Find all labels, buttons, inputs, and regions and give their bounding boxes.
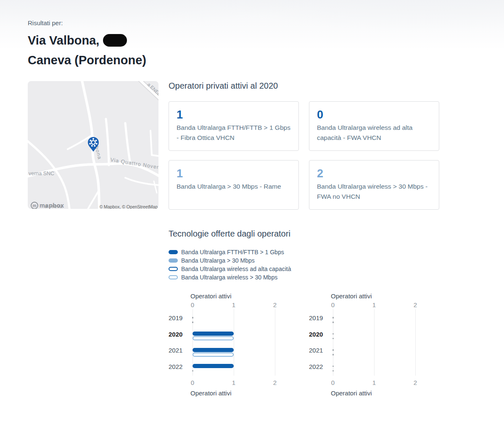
tick-label: 1	[372, 301, 376, 308]
bar	[193, 353, 234, 357]
year-label: 2019	[169, 314, 182, 321]
zero-dot	[332, 349, 334, 351]
chart-row-2022: 2022	[169, 359, 299, 375]
year-label: 2020	[309, 331, 323, 338]
chart-fixed-technologies: Operatori attivi0122019202020212022012Op…	[169, 292, 299, 398]
operator-count: 2	[317, 167, 431, 180]
legend-label: Banda Ultralarga > 30 Mbps	[181, 257, 255, 264]
axis-title: Operatori attivi	[331, 390, 439, 398]
operator-card-label: Banda Ultralarga FTTH/FTTB > 1 Gbps - Fi…	[177, 123, 291, 143]
map-label-verna-snc: verna SNC	[29, 171, 54, 176]
chart-row-2022: 2022	[309, 359, 439, 375]
legend-label: Banda Ultralarga wireless ad alta capaci…	[181, 266, 291, 272]
chart-row-2021: 2021	[169, 342, 299, 359]
chart-row-2019: 2019	[309, 310, 439, 326]
operator-count: 0	[317, 108, 431, 121]
chart-plot-area: 2019202020212022	[169, 310, 299, 375]
address-town: Caneva (Pordenone)	[28, 53, 146, 67]
map-attribution[interactable]: © Mapbox, © OpenStreetMap	[99, 204, 158, 209]
legend-item-3: Banda Ultralarga wireless > 30 Mbps	[169, 273, 439, 282]
operator-card-1: 0Banda Ultralarga wireless ad alta capac…	[309, 101, 439, 151]
bar	[193, 336, 234, 340]
operator-card-2: 1Banda Ultralarga > 30 Mbps - Rame	[169, 160, 299, 210]
operator-count: 1	[177, 167, 291, 180]
zero-dot	[192, 370, 194, 372]
technologies-section-title: Tecnologie offerte dagli operatori	[169, 229, 439, 239]
map[interactable]: a ENEL lbona Via Quattro Novembre verna …	[28, 81, 158, 209]
axis-title: Operatori attivi	[190, 292, 299, 301]
tick-label: 2	[273, 379, 277, 386]
operator-count: 1	[177, 108, 291, 121]
tick-label: 0	[191, 379, 194, 386]
legend-pill-icon	[169, 267, 178, 271]
operators-charts: Operatori attivi0122019202020212022012Op…	[169, 292, 439, 398]
zero-dot	[192, 321, 194, 323]
year-label: 2021	[169, 347, 182, 354]
year-label: 2021	[309, 347, 323, 354]
tick-label: 2	[414, 301, 417, 308]
operator-card-0: 1Banda Ultralarga FTTH/FTTB > 1 Gbps - F…	[169, 101, 299, 151]
chart-row-2020: 2020	[309, 326, 439, 343]
legend-item-0: Banda Ultralarga FTTH/FTTB > 1 Gbps	[169, 248, 439, 256]
legend-item-2: Banda Ultralarga wireless ad alta capaci…	[169, 265, 439, 273]
year-label: 2019	[309, 314, 323, 321]
chart-wireless-technologies: Operatori attivi0122019202020212022012Op…	[309, 292, 439, 398]
bar	[193, 364, 234, 368]
technologies-section: Tecnologie offerte dagli operatori Banda…	[169, 229, 439, 398]
redacted-house-number	[103, 34, 127, 47]
bar	[193, 332, 234, 336]
legend-pill-icon	[169, 258, 178, 263]
legend-item-1: Banda Ultralarga > 30 Mbps	[169, 256, 439, 265]
chart-plot-area: 2019202020212022	[309, 310, 439, 375]
chart-row-2020: 2020	[169, 326, 299, 343]
technologies-legend: Banda Ultralarga FTTH/FTTB > 1 GbpsBanda…	[169, 248, 439, 282]
zero-dot	[332, 333, 334, 335]
year-label: 2022	[169, 363, 182, 370]
results-page: Risultati per: Via Valbona, Caneva (Pord…	[0, 0, 504, 398]
legend-pill-icon	[169, 275, 178, 279]
zero-dot	[332, 366, 334, 367]
operator-card-label: Banda Ultralarga > 30 Mbps - Rame	[177, 182, 291, 192]
operator-card-label: Banda Ultralarga wireless > 30 Mbps - FW…	[317, 182, 431, 202]
zero-dot	[332, 317, 334, 319]
chart-row-2019: 2019	[169, 310, 299, 326]
tick-label: 1	[232, 379, 235, 386]
tick-label: 2	[414, 379, 417, 386]
operator-cards: 1Banda Ultralarga FTTH/FTTB > 1 Gbps - F…	[169, 101, 439, 210]
axis-title: Operatori attivi	[331, 292, 439, 301]
zero-dot	[332, 338, 334, 340]
tick-label: 1	[372, 379, 376, 386]
operator-card-3: 2Banda Ultralarga wireless > 30 Mbps - F…	[309, 160, 439, 210]
legend-pill-icon	[169, 250, 178, 254]
page-title: Via Valbona, Caneva (Pordenone)	[28, 31, 263, 70]
zero-dot	[192, 317, 194, 319]
bar	[193, 348, 234, 352]
svg-text:m: m	[33, 203, 37, 208]
year-label: 2022	[309, 363, 323, 370]
address-street: Via Valbona,	[28, 34, 99, 47]
zero-dot	[332, 370, 334, 372]
svg-text:mapbox: mapbox	[40, 202, 64, 209]
x-axis-ticks: 012	[309, 379, 439, 388]
tick-label: 0	[331, 379, 335, 386]
tick-label: 2	[273, 301, 277, 308]
x-axis-ticks: 012	[309, 301, 439, 310]
x-axis-ticks: 012	[169, 379, 299, 388]
tick-label: 0	[331, 301, 335, 308]
mapbox-logo[interactable]: m mapbox	[31, 202, 64, 209]
zero-dot	[332, 354, 334, 355]
results-panel: Operatori privati attivi al 2020 1Banda …	[169, 81, 439, 398]
operator-card-label: Banda Ultralarga wireless ad alta capaci…	[317, 123, 431, 143]
x-axis-ticks: 012	[169, 301, 299, 310]
chart-row-2021: 2021	[309, 342, 439, 359]
axis-title: Operatori attivi	[190, 390, 299, 398]
legend-label: Banda Ultralarga wireless > 30 Mbps	[181, 274, 277, 281]
tick-label: 0	[191, 301, 194, 308]
zero-dot	[332, 321, 334, 323]
results-label: Risultati per:	[28, 19, 504, 26]
legend-label: Banda Ultralarga FTTH/FTTB > 1 Gbps	[181, 249, 284, 255]
tick-label: 1	[232, 301, 235, 308]
operators-section-title: Operatori privati attivi al 2020	[169, 81, 439, 91]
year-label: 2020	[169, 331, 182, 338]
